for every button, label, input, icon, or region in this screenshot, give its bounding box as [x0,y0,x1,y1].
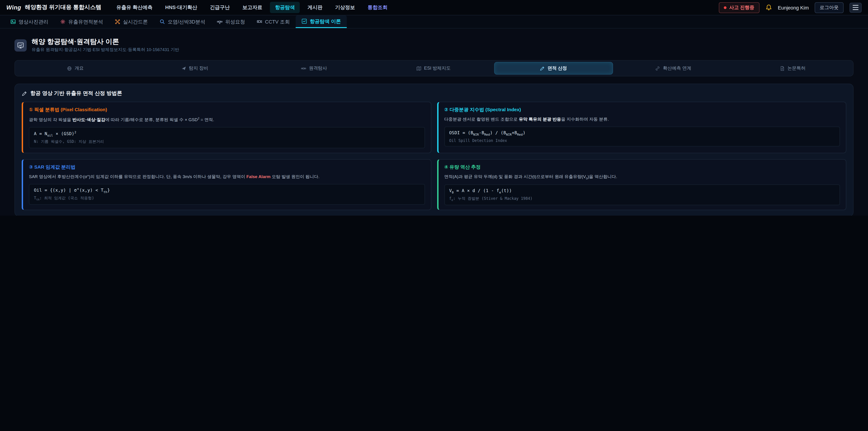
main-content: 해양 항공탐색·원격탐사 이론 유출유 원격탐지·항공감시 기법·ESI 방제정… [0,29,868,216]
subtab-aerial-search-theory[interactable]: 항공탐색 이론 [296,16,347,28]
subtab-label: 오염/선박3D분석 [168,18,205,25]
nav-item-reports[interactable]: 보고자료 [238,2,268,13]
document-icon [780,66,785,71]
subtab-label: 영상사진관리 [19,18,49,25]
radar-chart-icon [14,39,27,51]
subtab-label: 항공탐색 이론 [310,18,341,25]
topbar-right: 사고 진행중 Eunjeong Kim 로그아웃 [719,2,862,13]
page-subtitle: 유출유 원격탐지·항공감시 기법·ESI 방제정보지도·등록특허 10-1567… [32,47,179,53]
formula-note: Oil Spill Detection Index [449,138,835,143]
main-nav: 유출유 확산예측 HNS·대기확산 긴급구난 보고자료 항공탐색 게시판 기상정… [112,2,393,13]
subtab-realtime-drone[interactable]: 실시간드론 [109,16,154,28]
subtab-pollution-ship-3d[interactable]: 오염/선박3D분석 [154,16,211,28]
nav-item-rescue[interactable]: 긴급구난 [205,2,235,13]
formula: Oil = {(x,y) | σ°(x,y) < Tth} [34,187,420,194]
brand[interactable]: Wing 해양환경 위기대응 통합시스템 [6,4,101,11]
method-card-spectral-index: ② 다중분광 지수법 (Spectral Index) 다중분광 센서로 촬영된… [437,102,846,153]
page-title: 해양 항공탐색·원격탐사 이론 [32,37,179,45]
formula: A = Noil × (GSD)2 [34,131,420,137]
method-card-desc: 다중분광 센서로 촬영된 밴드 조합으로 유막 특유의 분광 반응을 지수화하여… [444,116,840,123]
alert-dot-icon [724,6,726,9]
section-tab-bar: 개요 탐지 장비 원격탐사 ESI 방제지도 면적 산정 확산예측 연계 [14,60,854,76]
formula-block: V0 = A × d / (1 - fe(t)) fe: 누적 증발분 (Sti… [444,184,840,205]
tab-label: 면적 산정 [548,65,567,71]
page-header: 해양 항공탐색·원격탐사 이론 유출유 원격탐지·항공감시 기법·ESI 방제정… [14,37,854,53]
subtab-label: CCTV 조회 [265,18,290,25]
hamburger-icon [852,5,859,10]
plane-icon [181,66,186,71]
subtab-oil-area-analysis[interactable]: 유출유면적분석 [54,16,109,28]
subtab-image-management[interactable]: 영상사진관리 [4,16,54,28]
tab-papers-patents[interactable]: 논문특허 [734,62,852,74]
incident-status-badge[interactable]: 사고 진행중 [719,2,759,13]
notification-bell-icon[interactable] [765,4,772,11]
false-alarm-text: False Alarm [246,174,271,179]
sub-navigation-tabs: 영상사진관리 유출유면적분석 실시간드론 오염/선박3D분석 위성요청 CCTV… [0,16,868,29]
method-card-desc: SAR 영상에서 후방산란계수(σ°)의 임계값 이하를 유막으로 판정합니다.… [29,174,425,180]
tab-label: 원격탐사 [309,65,327,71]
method-card-pixel-classification: ① 픽셀 분류법 (Pixel Classification) 광학 영상의 각… [22,102,431,153]
method-card-desc: 광학 영상의 각 픽셀을 반사도·색상·질감에 따라 기름/해수로 분류, 분류… [29,116,425,123]
user-name: Eunjeong Kim [778,5,809,10]
tab-esi-map[interactable]: ESI 방제지도 [375,62,493,74]
tab-label: 개요 [74,65,84,71]
formula-block: Oil = {(x,y) | σ°(x,y) < Tth} Tth: 최적 임계… [29,184,425,205]
nav-item-weather[interactable]: 기상정보 [330,2,360,13]
analysis-icon [60,19,66,24]
subtab-satellite-request[interactable]: 위성요청 [211,16,251,28]
tab-label: 탐지 장비 [189,65,209,71]
hamburger-menu-button[interactable] [849,2,862,12]
tab-remote-sensing[interactable]: 원격탐사 [255,62,373,74]
top-navigation-bar: Wing 해양환경 위기대응 통합시스템 유출유 확산예측 HNS·대기확산 긴… [0,0,868,16]
formula-note: N: 기름 픽셀수, GSD: 지상 표본거리 [34,139,420,145]
logout-button[interactable]: 로그아웃 [815,2,844,13]
tab-detection-equipment[interactable]: 탐지 장비 [135,62,254,74]
tab-label: ESI 방제지도 [424,65,451,71]
pencil-icon [540,66,545,71]
method-grid: ① 픽셀 분류법 (Pixel Classification) 광학 영상의 각… [22,102,846,210]
satellite-icon [217,19,222,24]
method-card-title: ③ SAR 임계값 분리법 [29,164,425,171]
methodology-panel: 항공 영상 기반 유출유 면적 산정 방법론 ① 픽셀 분류법 (Pixel C… [14,84,854,216]
magnifier-icon [160,19,165,24]
formula-note: Tth: 최적 임계값 (국소 적응형) [34,195,420,201]
formula: V0 = A × d / (1 - fe(t)) [449,188,835,194]
method-card-title: ① 픽셀 분류법 (Pixel Classification) [29,107,425,113]
formula: OSDI = (BNIR-BRed) / (BNIR+BRed) [449,130,835,136]
tab-label: 확산예측 연계 [663,65,691,71]
subtab-label: 실시간드론 [123,18,148,25]
image-icon [10,19,16,24]
nav-item-hns[interactable]: HNS·대기확산 [160,2,202,13]
link-icon [655,66,660,71]
logo: Wing [6,4,21,11]
cctv-icon [257,19,262,24]
formula-block: A = Noil × (GSD)2 N: 기름 픽셀수, GSD: 지상 표본거… [29,127,425,148]
method-card-sar-threshold: ③ SAR 임계값 분리법 SAR 영상에서 후방산란계수(σ°)의 임계값 이… [22,159,431,210]
tab-area-calculation[interactable]: 면적 산정 [494,62,613,74]
page-header-text: 해양 항공탐색·원격탐사 이론 유출유 원격탐지·항공감시 기법·ESI 방제정… [32,37,179,53]
nav-item-integrated-search[interactable]: 통합조회 [363,2,393,13]
nav-item-oil-diffusion[interactable]: 유출유 확산예측 [112,2,158,13]
methodology-heading: 항공 영상 기반 유출유 면적 산정 방법론 [22,90,846,97]
nav-item-board[interactable]: 게시판 [303,2,328,13]
tab-overview[interactable]: 개요 [16,62,134,74]
drone-icon [115,19,120,24]
subtab-cctv[interactable]: CCTV 조회 [251,16,296,28]
tab-label: 논문특허 [787,65,806,71]
subtab-label: 위성요청 [225,18,245,25]
methodology-heading-text: 항공 영상 기반 유출유 면적 산정 방법론 [30,90,122,97]
chart-icon [302,19,307,24]
subtab-label: 유출유면적분석 [68,18,103,25]
method-card-volume-estimation: ④ 유량 역산 추정 면적(A)과 평균 유막 두께(d) 및 풍화 경과 시간… [437,159,846,210]
method-card-title: ② 다중분광 지수법 (Spectral Index) [444,107,840,113]
map-icon [416,66,421,71]
satellite-icon [301,66,306,71]
method-card-desc: 면적(A)과 평균 유막 두께(d) 및 풍화 경과 시간(t)으로부터 원래 … [444,174,840,181]
app-title: 해양환경 위기대응 통합시스템 [25,4,101,11]
pencil-icon [22,91,27,96]
tab-diffusion-link[interactable]: 확산예측 연계 [614,62,732,74]
formula-block: OSDI = (BNIR-BRed) / (BNIR+BRed) Oil Spi… [444,126,840,146]
method-card-title: ④ 유량 역산 추정 [444,164,840,171]
app-window: Wing 해양환경 위기대응 통합시스템 유출유 확산예측 HNS·대기확산 긴… [0,0,868,216]
nav-item-aerial-search[interactable]: 항공탐색 [270,2,300,13]
